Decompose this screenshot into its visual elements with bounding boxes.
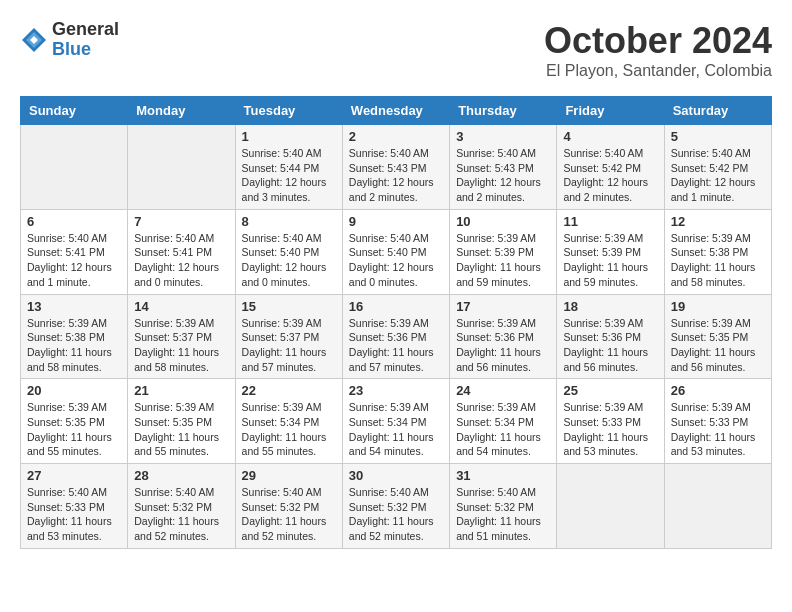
calendar-day-cell: 22Sunrise: 5:39 AM Sunset: 5:34 PM Dayli… bbox=[235, 379, 342, 464]
calendar-day-cell: 28Sunrise: 5:40 AM Sunset: 5:32 PM Dayli… bbox=[128, 464, 235, 549]
calendar-day-cell bbox=[128, 125, 235, 210]
calendar-day-cell: 2Sunrise: 5:40 AM Sunset: 5:43 PM Daylig… bbox=[342, 125, 449, 210]
day-number: 4 bbox=[563, 129, 657, 144]
day-number: 1 bbox=[242, 129, 336, 144]
day-detail: Sunrise: 5:39 AM Sunset: 5:36 PM Dayligh… bbox=[349, 316, 443, 375]
day-number: 12 bbox=[671, 214, 765, 229]
calendar-day-cell: 15Sunrise: 5:39 AM Sunset: 5:37 PM Dayli… bbox=[235, 294, 342, 379]
day-detail: Sunrise: 5:40 AM Sunset: 5:32 PM Dayligh… bbox=[349, 485, 443, 544]
day-detail: Sunrise: 5:40 AM Sunset: 5:33 PM Dayligh… bbox=[27, 485, 121, 544]
calendar-day-cell: 20Sunrise: 5:39 AM Sunset: 5:35 PM Dayli… bbox=[21, 379, 128, 464]
day-number: 25 bbox=[563, 383, 657, 398]
calendar-day-cell: 10Sunrise: 5:39 AM Sunset: 5:39 PM Dayli… bbox=[450, 209, 557, 294]
calendar-week-row: 13Sunrise: 5:39 AM Sunset: 5:38 PM Dayli… bbox=[21, 294, 772, 379]
calendar-day-cell: 23Sunrise: 5:39 AM Sunset: 5:34 PM Dayli… bbox=[342, 379, 449, 464]
day-number: 22 bbox=[242, 383, 336, 398]
weekday-header-cell: Thursday bbox=[450, 97, 557, 125]
calendar-day-cell: 12Sunrise: 5:39 AM Sunset: 5:38 PM Dayli… bbox=[664, 209, 771, 294]
calendar-day-cell: 5Sunrise: 5:40 AM Sunset: 5:42 PM Daylig… bbox=[664, 125, 771, 210]
day-number: 8 bbox=[242, 214, 336, 229]
calendar-day-cell: 13Sunrise: 5:39 AM Sunset: 5:38 PM Dayli… bbox=[21, 294, 128, 379]
day-detail: Sunrise: 5:39 AM Sunset: 5:38 PM Dayligh… bbox=[27, 316, 121, 375]
calendar-day-cell: 27Sunrise: 5:40 AM Sunset: 5:33 PM Dayli… bbox=[21, 464, 128, 549]
location-title: El Playon, Santander, Colombia bbox=[544, 62, 772, 80]
calendar-day-cell: 21Sunrise: 5:39 AM Sunset: 5:35 PM Dayli… bbox=[128, 379, 235, 464]
calendar-day-cell: 9Sunrise: 5:40 AM Sunset: 5:40 PM Daylig… bbox=[342, 209, 449, 294]
day-number: 13 bbox=[27, 299, 121, 314]
day-detail: Sunrise: 5:40 AM Sunset: 5:32 PM Dayligh… bbox=[134, 485, 228, 544]
weekday-header-cell: Wednesday bbox=[342, 97, 449, 125]
weekday-header-cell: Monday bbox=[128, 97, 235, 125]
calendar-day-cell bbox=[21, 125, 128, 210]
calendar-day-cell: 18Sunrise: 5:39 AM Sunset: 5:36 PM Dayli… bbox=[557, 294, 664, 379]
logo: General Blue bbox=[20, 20, 119, 60]
calendar-day-cell: 11Sunrise: 5:39 AM Sunset: 5:39 PM Dayli… bbox=[557, 209, 664, 294]
day-detail: Sunrise: 5:39 AM Sunset: 5:34 PM Dayligh… bbox=[242, 400, 336, 459]
day-detail: Sunrise: 5:40 AM Sunset: 5:32 PM Dayligh… bbox=[456, 485, 550, 544]
day-number: 7 bbox=[134, 214, 228, 229]
calendar-day-cell: 26Sunrise: 5:39 AM Sunset: 5:33 PM Dayli… bbox=[664, 379, 771, 464]
calendar-day-cell bbox=[557, 464, 664, 549]
logo-blue-text: Blue bbox=[52, 40, 119, 60]
day-number: 10 bbox=[456, 214, 550, 229]
calendar-day-cell: 1Sunrise: 5:40 AM Sunset: 5:44 PM Daylig… bbox=[235, 125, 342, 210]
day-number: 2 bbox=[349, 129, 443, 144]
day-number: 17 bbox=[456, 299, 550, 314]
day-detail: Sunrise: 5:39 AM Sunset: 5:36 PM Dayligh… bbox=[456, 316, 550, 375]
day-number: 14 bbox=[134, 299, 228, 314]
weekday-header-cell: Tuesday bbox=[235, 97, 342, 125]
day-number: 5 bbox=[671, 129, 765, 144]
day-detail: Sunrise: 5:40 AM Sunset: 5:40 PM Dayligh… bbox=[349, 231, 443, 290]
calendar-day-cell: 24Sunrise: 5:39 AM Sunset: 5:34 PM Dayli… bbox=[450, 379, 557, 464]
day-detail: Sunrise: 5:39 AM Sunset: 5:34 PM Dayligh… bbox=[456, 400, 550, 459]
day-detail: Sunrise: 5:40 AM Sunset: 5:43 PM Dayligh… bbox=[456, 146, 550, 205]
day-detail: Sunrise: 5:39 AM Sunset: 5:33 PM Dayligh… bbox=[671, 400, 765, 459]
day-detail: Sunrise: 5:39 AM Sunset: 5:35 PM Dayligh… bbox=[134, 400, 228, 459]
logo-icon bbox=[20, 26, 48, 54]
day-detail: Sunrise: 5:40 AM Sunset: 5:41 PM Dayligh… bbox=[27, 231, 121, 290]
day-detail: Sunrise: 5:40 AM Sunset: 5:43 PM Dayligh… bbox=[349, 146, 443, 205]
day-detail: Sunrise: 5:39 AM Sunset: 5:38 PM Dayligh… bbox=[671, 231, 765, 290]
day-detail: Sunrise: 5:40 AM Sunset: 5:41 PM Dayligh… bbox=[134, 231, 228, 290]
day-number: 6 bbox=[27, 214, 121, 229]
day-number: 18 bbox=[563, 299, 657, 314]
logo-general-text: General bbox=[52, 20, 119, 40]
day-detail: Sunrise: 5:40 AM Sunset: 5:40 PM Dayligh… bbox=[242, 231, 336, 290]
day-number: 19 bbox=[671, 299, 765, 314]
day-detail: Sunrise: 5:39 AM Sunset: 5:39 PM Dayligh… bbox=[563, 231, 657, 290]
calendar-day-cell: 16Sunrise: 5:39 AM Sunset: 5:36 PM Dayli… bbox=[342, 294, 449, 379]
day-number: 11 bbox=[563, 214, 657, 229]
calendar-day-cell: 25Sunrise: 5:39 AM Sunset: 5:33 PM Dayli… bbox=[557, 379, 664, 464]
calendar-day-cell: 3Sunrise: 5:40 AM Sunset: 5:43 PM Daylig… bbox=[450, 125, 557, 210]
calendar-day-cell: 19Sunrise: 5:39 AM Sunset: 5:35 PM Dayli… bbox=[664, 294, 771, 379]
day-number: 15 bbox=[242, 299, 336, 314]
calendar-table: SundayMondayTuesdayWednesdayThursdayFrid… bbox=[20, 96, 772, 549]
day-detail: Sunrise: 5:40 AM Sunset: 5:32 PM Dayligh… bbox=[242, 485, 336, 544]
day-detail: Sunrise: 5:39 AM Sunset: 5:37 PM Dayligh… bbox=[134, 316, 228, 375]
day-detail: Sunrise: 5:39 AM Sunset: 5:36 PM Dayligh… bbox=[563, 316, 657, 375]
day-detail: Sunrise: 5:39 AM Sunset: 5:39 PM Dayligh… bbox=[456, 231, 550, 290]
day-number: 26 bbox=[671, 383, 765, 398]
day-number: 21 bbox=[134, 383, 228, 398]
calendar-day-cell: 17Sunrise: 5:39 AM Sunset: 5:36 PM Dayli… bbox=[450, 294, 557, 379]
calendar-week-row: 20Sunrise: 5:39 AM Sunset: 5:35 PM Dayli… bbox=[21, 379, 772, 464]
day-number: 31 bbox=[456, 468, 550, 483]
weekday-header-cell: Friday bbox=[557, 97, 664, 125]
day-detail: Sunrise: 5:39 AM Sunset: 5:33 PM Dayligh… bbox=[563, 400, 657, 459]
calendar-day-cell: 29Sunrise: 5:40 AM Sunset: 5:32 PM Dayli… bbox=[235, 464, 342, 549]
day-detail: Sunrise: 5:39 AM Sunset: 5:37 PM Dayligh… bbox=[242, 316, 336, 375]
calendar-day-cell: 30Sunrise: 5:40 AM Sunset: 5:32 PM Dayli… bbox=[342, 464, 449, 549]
calendar-week-row: 1Sunrise: 5:40 AM Sunset: 5:44 PM Daylig… bbox=[21, 125, 772, 210]
day-number: 28 bbox=[134, 468, 228, 483]
day-number: 29 bbox=[242, 468, 336, 483]
title-area: October 2024 El Playon, Santander, Colom… bbox=[544, 20, 772, 80]
day-detail: Sunrise: 5:39 AM Sunset: 5:35 PM Dayligh… bbox=[671, 316, 765, 375]
day-number: 3 bbox=[456, 129, 550, 144]
calendar-day-cell: 4Sunrise: 5:40 AM Sunset: 5:42 PM Daylig… bbox=[557, 125, 664, 210]
day-number: 24 bbox=[456, 383, 550, 398]
calendar-day-cell: 6Sunrise: 5:40 AM Sunset: 5:41 PM Daylig… bbox=[21, 209, 128, 294]
page-header: General Blue October 2024 El Playon, San… bbox=[20, 20, 772, 80]
calendar-week-row: 27Sunrise: 5:40 AM Sunset: 5:33 PM Dayli… bbox=[21, 464, 772, 549]
calendar-day-cell: 31Sunrise: 5:40 AM Sunset: 5:32 PM Dayli… bbox=[450, 464, 557, 549]
calendar-day-cell: 7Sunrise: 5:40 AM Sunset: 5:41 PM Daylig… bbox=[128, 209, 235, 294]
